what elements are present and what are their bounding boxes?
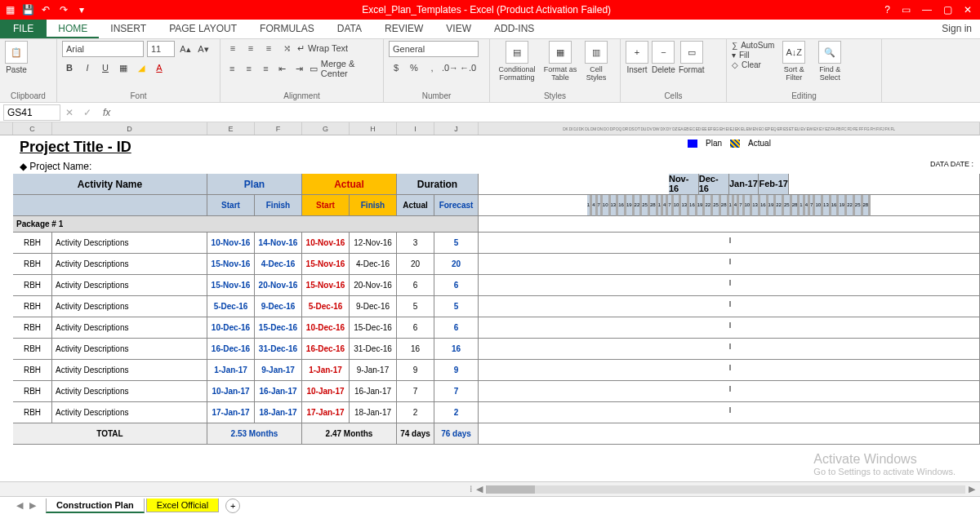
- cell[interactable]: 9-Jan-17: [350, 360, 397, 381]
- comma-icon[interactable]: ,: [425, 60, 439, 75]
- cell[interactable]: RBH: [13, 360, 52, 381]
- cell[interactable]: 9: [397, 360, 434, 381]
- cell[interactable]: 5: [397, 296, 434, 317]
- inc-decimal-icon[interactable]: .0→: [443, 60, 457, 75]
- cell[interactable]: 10-Dec-16: [302, 317, 350, 339]
- minimize-icon[interactable]: —: [922, 4, 932, 16]
- tab-nav-prev-icon[interactable]: ◀: [16, 500, 23, 511]
- cell[interactable]: 6: [397, 275, 434, 296]
- cell[interactable]: 18-Jan-17: [255, 402, 302, 423]
- border-icon[interactable]: ▦: [116, 60, 131, 75]
- italic-button[interactable]: I: [80, 60, 95, 75]
- fx-icon[interactable]: fx: [103, 107, 110, 118]
- cell[interactable]: 15-Nov-16: [207, 254, 255, 275]
- clear-button[interactable]: ◇Clear: [732, 60, 774, 69]
- cell[interactable]: 12-Nov-16: [350, 233, 397, 254]
- cell[interactable]: RBH: [13, 233, 52, 254]
- sheet-content[interactable]: Project Title - ID Project Name: Plan Ac…: [13, 135, 980, 481]
- column-headers[interactable]: C D E F G H I J DK DI DJ DK DL DM DN DO …: [0, 122, 980, 135]
- cell[interactable]: 2: [397, 402, 434, 423]
- project-title[interactable]: Project Title - ID: [13, 135, 479, 159]
- underline-button[interactable]: U: [98, 60, 113, 75]
- autosum-button[interactable]: ∑AutoSum: [732, 41, 774, 50]
- cell[interactable]: Activity Descriptions: [52, 339, 207, 360]
- cell[interactable]: 7: [397, 381, 434, 402]
- sheet-tab-construction-plan[interactable]: Construction Plan: [46, 498, 145, 513]
- cell[interactable]: 10-Nov-16: [207, 233, 255, 254]
- cell[interactable]: 15-Dec-16: [255, 317, 302, 339]
- scroll-left-icon[interactable]: ◀: [476, 484, 483, 494]
- cell[interactable]: 9-Jan-17: [255, 360, 302, 381]
- save-icon[interactable]: 💾: [21, 3, 34, 16]
- cell[interactable]: Activity Descriptions: [52, 254, 207, 275]
- cell[interactable]: 15-Dec-16: [350, 317, 397, 339]
- tab-file[interactable]: FILE: [0, 20, 47, 38]
- cell[interactable]: 18-Jan-17: [350, 402, 397, 423]
- cell[interactable]: 10-Nov-16: [302, 233, 350, 254]
- cell[interactable]: 3: [397, 233, 434, 254]
- cell[interactable]: 6: [397, 317, 434, 339]
- cell[interactable]: 16: [434, 339, 479, 360]
- cell[interactable]: 1-Jan-17: [302, 360, 350, 381]
- cell[interactable]: 31-Dec-16: [255, 339, 302, 360]
- cell[interactable]: Activity Descriptions: [52, 360, 207, 381]
- maximize-icon[interactable]: ▢: [943, 4, 952, 16]
- cell[interactable]: 20-Nov-16: [255, 275, 302, 296]
- currency-icon[interactable]: $: [389, 60, 403, 75]
- sheet-tab-excel-official[interactable]: Excel Official: [146, 498, 219, 512]
- tab-page-layout[interactable]: PAGE LAYOUT: [158, 20, 248, 38]
- cell[interactable]: RBH: [13, 254, 52, 275]
- delete-cells-button[interactable]: −Delete: [652, 41, 675, 74]
- project-name-label[interactable]: Project Name:: [13, 159, 479, 174]
- insert-cells-button[interactable]: +Insert: [626, 41, 648, 74]
- scrollbar-thumb[interactable]: [486, 485, 535, 494]
- cell[interactable]: Activity Descriptions: [52, 233, 207, 254]
- format-cells-button[interactable]: ▭Format: [679, 41, 705, 74]
- cell[interactable]: 20: [397, 254, 434, 275]
- cell[interactable]: RBH: [13, 402, 52, 423]
- gantt-col-headers[interactable]: DK DI DJ DK DL DM DN DO DP DQ DR DS DT D…: [479, 122, 980, 135]
- shrink-font-icon[interactable]: A▾: [196, 42, 211, 56]
- tab-data[interactable]: DATA: [326, 20, 373, 38]
- cell[interactable]: 4-Dec-16: [255, 254, 302, 275]
- signin-link[interactable]: Sign in: [933, 20, 980, 38]
- scroll-right-icon[interactable]: ▶: [969, 484, 975, 494]
- cell[interactable]: 5-Dec-16: [302, 296, 350, 317]
- align-middle-icon[interactable]: ≡: [243, 41, 258, 55]
- name-box[interactable]: GS41: [3, 104, 60, 121]
- bold-button[interactable]: B: [62, 60, 77, 75]
- cancel-formula-icon[interactable]: ✕: [65, 107, 74, 118]
- tab-addins[interactable]: ADD-INS: [483, 20, 546, 38]
- tab-review[interactable]: REVIEW: [373, 20, 434, 38]
- cell[interactable]: RBH: [13, 339, 52, 360]
- cell[interactable]: 7: [434, 381, 479, 402]
- cell[interactable]: 5-Dec-16: [207, 296, 255, 317]
- fontsize-select[interactable]: 11: [147, 41, 175, 57]
- number-format-select[interactable]: General: [389, 41, 479, 57]
- tab-view[interactable]: VIEW: [434, 20, 483, 38]
- cell[interactable]: 5: [434, 296, 479, 317]
- cell[interactable]: 9-Dec-16: [350, 296, 397, 317]
- cell[interactable]: 15-Nov-16: [207, 275, 255, 296]
- cell[interactable]: Activity Descriptions: [52, 317, 207, 339]
- cell[interactable]: 17-Jan-17: [302, 402, 350, 423]
- cell[interactable]: 6: [434, 317, 479, 339]
- tab-formulas[interactable]: FORMULAS: [248, 20, 326, 38]
- cell[interactable]: Activity Descriptions: [52, 381, 207, 402]
- cell[interactable]: 16-Jan-17: [350, 381, 397, 402]
- cell[interactable]: RBH: [13, 317, 52, 339]
- cell[interactable]: 9-Dec-16: [255, 296, 302, 317]
- cell[interactable]: 5: [434, 233, 479, 254]
- undo-icon[interactable]: ↶: [39, 3, 52, 16]
- cell[interactable]: 20-Nov-16: [350, 275, 397, 296]
- help-icon[interactable]: ?: [884, 4, 890, 16]
- format-as-table-button[interactable]: ▦Format as Table: [542, 41, 578, 82]
- wrap-text-button[interactable]: ↵Wrap Text: [297, 43, 348, 54]
- cell[interactable]: 14-Nov-16: [255, 233, 302, 254]
- cell[interactable]: 9: [434, 360, 479, 381]
- conditional-formatting-button[interactable]: ▤Conditional Formatting: [495, 41, 539, 82]
- cell[interactable]: 1-Jan-17: [207, 360, 255, 381]
- cell[interactable]: 16-Dec-16: [207, 339, 255, 360]
- cell[interactable]: 4-Dec-16: [350, 254, 397, 275]
- align-right-icon[interactable]: ≡: [259, 61, 273, 76]
